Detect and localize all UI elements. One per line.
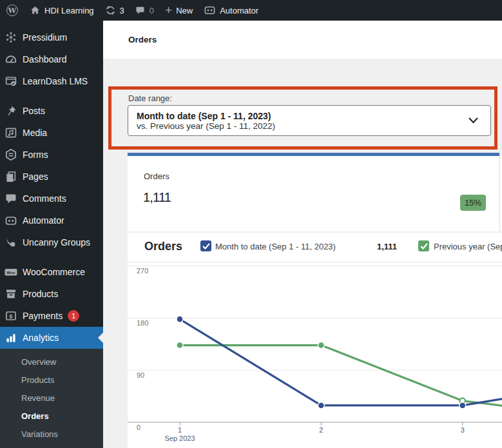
site-name: HDI Learning [44,6,94,15]
y-tick-label: 90 [137,371,144,379]
forms-icon [0,148,21,161]
date-range-label: Date range: [128,93,172,103]
y-tick-label: 270 [137,267,148,275]
analytics-submenu: OverviewProductsRevenueOrdersVariations [0,349,103,448]
sidebar-item-learndash-lms[interactable]: LearnDash LMS [0,70,103,92]
sidebar-item-uncanny-groups[interactable]: Uncanny Groups [0,231,103,253]
wordpress-logo-icon: W [6,5,18,16]
sidebar-item-posts[interactable]: Posts [0,100,103,122]
sidebar-item-label: WooCommerce [23,267,85,277]
comment-icon [0,192,21,205]
sidebar-item-comments[interactable]: Comments [0,188,103,209]
payments-count-badge: 1 [68,310,79,322]
sidebar-item-label: Payments [23,311,63,321]
sidebar-item-payments[interactable]: $Payments1 [0,305,103,327]
sidebar-item-label: LearnDash LMS [23,76,88,86]
sidebar-item-media[interactable]: Media [0,122,103,144]
updates-count: 3 [120,6,124,15]
sidebar-item-label: Products [23,289,58,299]
submenu-item-revenue[interactable]: Revenue [0,389,103,407]
pressidium-icon [0,31,21,44]
bar-chart-icon [0,331,21,344]
submenu-item-orders[interactable]: Orders [0,407,103,425]
page-header: Orders [103,21,502,59]
submenu-item-overview[interactable]: Overview [0,353,103,371]
data-point [459,402,466,409]
date-range-dropdown[interactable]: Month to date (Sep 1 - 11, 2023) vs. Pre… [128,105,491,136]
sidebar-item-pressidium[interactable]: Pressidium [0,26,103,48]
home-icon [30,5,41,15]
sidebar-item-label: Pages [23,171,48,182]
check-icon [202,243,210,249]
chevron-down-icon [468,117,479,124]
updates-indicator[interactable]: 3 [105,0,124,21]
sidebar-item-label: Media [23,128,47,138]
box-icon [0,287,21,300]
annotation-highlight: Date range: Month to date (Sep 1 - 11, 2… [108,86,497,150]
sidebar-item-dashboard[interactable]: Dashboard [0,48,103,70]
series-line [180,346,502,406]
x-tick-label: 2 [319,426,323,434]
comet-icon [0,236,21,249]
media-icon [0,126,21,139]
robot-icon [204,5,216,15]
sidebar-item-label: Analytics [23,333,59,343]
date-range-primary: Month to date (Sep 1 - 11, 2023) [137,111,482,121]
sidebar-item-label: Forms [23,150,48,160]
comments-count: 0 [150,6,154,15]
series-line [180,319,502,405]
svg-text:$: $ [9,313,13,320]
orders-chart-card: Orders Month to date (Sep 1 - 11, 2023) … [128,233,502,448]
updates-icon [105,5,116,15]
y-tick-label: 180 [137,319,148,327]
x-axis-caption: Sep 2023 [164,434,195,442]
new-content-menu[interactable]: + New [165,0,193,21]
current-menu-arrow [93,333,103,343]
sidebar-item-label: Automator [23,215,64,226]
pages-icon [0,170,21,183]
sidebar-item-label: Dashboard [23,54,67,64]
site-link[interactable]: HDI Learning [30,0,94,21]
sidebar-item-products[interactable]: Products [0,283,103,305]
summary-value: 1,111 [143,190,171,205]
x-tick-label: 1 [178,426,182,434]
legend-label-current: Month to date (Sep 1 - 11, 2023) [215,242,336,251]
sidebar-item-woocommerce[interactable]: WooWooCommerce [0,261,103,283]
sidebar-item-label: Comments [23,193,66,204]
submenu-item-variations[interactable]: Variations [0,425,103,443]
sidebar-item-label: Pressidium [23,32,67,43]
sidebar-item-label: Posts [23,106,45,116]
robot-icon [0,215,21,226]
plus-icon: + [165,4,172,16]
payments-icon: $ [0,309,21,322]
submenu-item-products[interactable]: Products [0,371,103,389]
summary-tile-divider [499,156,500,231]
menu-separator [0,92,103,100]
legend-checkbox-previous[interactable] [418,240,429,251]
sidebar-item-pages[interactable]: Pages [0,166,103,188]
summary-tile-orders[interactable]: Orders 1,111 15% [128,153,502,231]
sidebar-item-forms[interactable]: Forms [0,144,103,166]
summary-active-indicator [128,153,499,156]
orders-line-chart: 270180900123Sep 2023 [128,262,502,448]
automator-menu[interactable]: Automator [204,0,258,21]
data-point [177,316,183,322]
wordpress-menu[interactable]: W [6,0,18,21]
sidebar-item-analytics[interactable]: Analytics [0,327,103,349]
legend-checkbox-current[interactable] [200,240,211,251]
dashboard-icon [0,53,21,66]
pushpin-icon [0,104,21,117]
svg-text:Woo: Woo [6,270,15,275]
automator-label: Automator [220,6,258,15]
y-tick-label: 0 [137,424,140,431]
new-label: New [176,6,193,15]
comments-indicator[interactable]: 0 [135,0,154,21]
admin-bar: W HDI Learning 3 0 + New [0,0,502,21]
data-point [318,342,324,349]
date-range-secondary: vs. Previous year (Sep 1 - 11, 2022) [137,121,482,131]
sidebar-item-label: Uncanny Groups [23,237,90,248]
sidebar-item-automator[interactable]: Automator [0,209,103,231]
comment-bubble-icon [135,5,146,15]
legend-value-current: 1,111 [377,242,397,251]
woo-icon: Woo [0,266,21,278]
